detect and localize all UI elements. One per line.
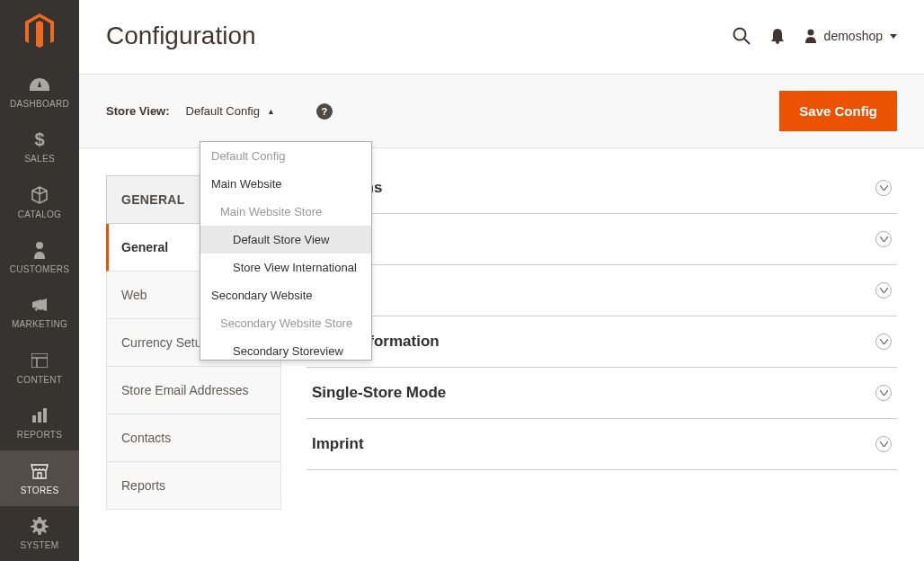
sidebar-item-marketing[interactable]: MARKETING [0, 285, 79, 340]
layout-icon [31, 351, 48, 370]
dropdown-item-main-website[interactable]: Main Website [200, 170, 371, 198]
expand-icon [875, 385, 892, 401]
section-row[interactable]: Options [307, 265, 897, 316]
sidebar-item-label: REPORTS [17, 430, 62, 440]
svg-point-8 [37, 523, 42, 529]
store-view-current: Default Config [186, 104, 260, 118]
user-menu[interactable]: demoshop [804, 29, 897, 43]
svg-line-10 [744, 39, 750, 44]
section-store-information[interactable]: Store Information [307, 316, 897, 368]
dropdown-item-secondary-website-store: Secondary Website Store [200, 309, 371, 337]
sidebar-item-label: SALES [24, 154, 55, 164]
store-view-switcher[interactable]: Default Config ▲ [186, 104, 275, 118]
admin-sidebar: DASHBOARD $ SALES CATALOG CUSTOMERS MARK… [0, 0, 79, 561]
svg-point-11 [807, 30, 813, 36]
expand-icon [875, 180, 892, 196]
tab-store-email-addresses[interactable]: Store Email Addresses [106, 367, 281, 414]
sidebar-item-catalog[interactable]: CATALOG [0, 174, 79, 229]
svg-point-9 [733, 29, 745, 40]
section-title: Imprint [312, 435, 364, 453]
username: demoshop [824, 29, 883, 43]
help-tooltip-icon[interactable]: ? [316, 103, 333, 120]
sidebar-item-label: CUSTOMERS [10, 264, 69, 274]
svg-text:$: $ [34, 130, 44, 148]
svg-rect-5 [32, 415, 36, 423]
tab-reports[interactable]: Reports [106, 462, 281, 510]
dollar-icon: $ [34, 129, 45, 149]
sidebar-item-label: SYSTEM [21, 540, 59, 550]
sidebar-item-sales[interactable]: $ SALES [0, 119, 79, 174]
expand-icon [875, 282, 892, 298]
save-config-button[interactable]: Save Config [779, 91, 897, 131]
section-single-store-mode[interactable]: Single-Store Mode [307, 368, 897, 419]
expand-icon [875, 436, 892, 452]
person-icon [33, 240, 46, 260]
sidebar-item-content[interactable]: CONTENT [0, 340, 79, 395]
tab-contacts[interactable]: Contacts [106, 414, 281, 462]
sidebar-item-label: STORES [21, 485, 59, 495]
dropdown-item-secondary-website[interactable]: Secondary Website [200, 281, 371, 309]
sidebar-item-dashboard[interactable]: DASHBOARD [0, 64, 79, 119]
page-header: Configuration demoshop [79, 0, 924, 59]
notifications-button[interactable] [770, 28, 785, 44]
config-sections: y Options Options Options Store Informat… [281, 175, 897, 561]
dropdown-item-default-config: Default Config [200, 142, 371, 170]
sidebar-item-label: MARKETING [12, 319, 67, 329]
svg-rect-2 [31, 353, 48, 368]
cube-icon [31, 185, 49, 205]
dropdown-item-store-view-international[interactable]: Store View International [200, 254, 371, 281]
bars-icon [31, 405, 48, 425]
gear-icon [31, 516, 49, 536]
sidebar-item-label: CATALOG [18, 209, 61, 219]
svg-rect-7 [43, 408, 47, 423]
caret-up-icon: ▲ [267, 107, 275, 116]
user-icon [804, 29, 817, 43]
sidebar-item-system[interactable]: SYSTEM [0, 506, 79, 561]
sidebar-item-label: DASHBOARD [10, 99, 69, 109]
page-title: Configuration [106, 22, 256, 50]
section-title: Single-Store Mode [312, 384, 446, 402]
dashboard-icon [30, 75, 49, 94]
sidebar-item-customers[interactable]: CUSTOMERS [0, 229, 79, 284]
caret-down-icon [890, 34, 897, 39]
store-view-label: Store View: [106, 104, 170, 118]
sidebar-item-stores[interactable]: STORES [0, 450, 79, 505]
magento-logo[interactable] [0, 0, 79, 64]
expand-icon [875, 334, 892, 350]
section-row[interactable]: y Options [307, 175, 897, 214]
svg-point-1 [36, 242, 43, 249]
section-imprint[interactable]: Imprint [307, 419, 897, 470]
dropdown-item-secondary-storeview[interactable]: Secondary Storeview [200, 337, 371, 360]
svg-rect-6 [38, 412, 41, 423]
page-toolbar: Store View: Default Config ▲ ? Default C… [79, 74, 924, 148]
megaphone-icon [31, 295, 49, 315]
search-button[interactable] [733, 27, 751, 45]
dropdown-item-main-website-store: Main Website Store [200, 198, 371, 226]
dropdown-item-default-store-view[interactable]: Default Store View [200, 226, 371, 254]
store-view-dropdown: Default Config Main Website Main Website… [200, 141, 372, 361]
expand-icon [875, 231, 892, 247]
sidebar-item-label: CONTENT [17, 375, 62, 385]
storefront-icon [31, 461, 49, 481]
sidebar-item-reports[interactable]: REPORTS [0, 396, 79, 450]
section-row[interactable]: Options [307, 214, 897, 265]
